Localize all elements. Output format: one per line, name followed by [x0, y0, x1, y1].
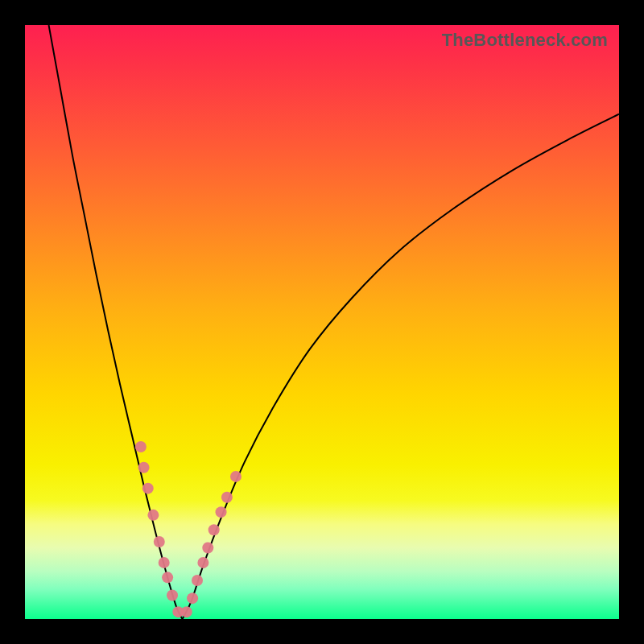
data-marker: [202, 542, 213, 553]
data-marker: [208, 524, 220, 535]
data-marker: [135, 441, 147, 452]
data-marker: [147, 510, 159, 521]
data-marker: [230, 471, 242, 482]
chart-svg: [25, 25, 619, 619]
plot-area: TheBottleneck.com: [25, 25, 619, 619]
curve-left-branch: [49, 25, 183, 619]
data-marker: [181, 606, 192, 617]
data-marker: [138, 462, 150, 473]
curve-right-branch: [183, 114, 619, 619]
data-marker: [154, 536, 165, 547]
data-marker: [216, 506, 227, 518]
marker-group: [135, 441, 242, 617]
data-marker: [192, 575, 203, 586]
data-marker: [162, 572, 173, 583]
data-marker: [221, 492, 233, 503]
data-marker: [159, 557, 170, 568]
data-marker: [197, 557, 208, 568]
data-marker: [187, 592, 198, 604]
data-marker: [167, 589, 178, 601]
chart-frame: TheBottleneck.com: [0, 0, 644, 644]
data-marker: [142, 483, 154, 494]
